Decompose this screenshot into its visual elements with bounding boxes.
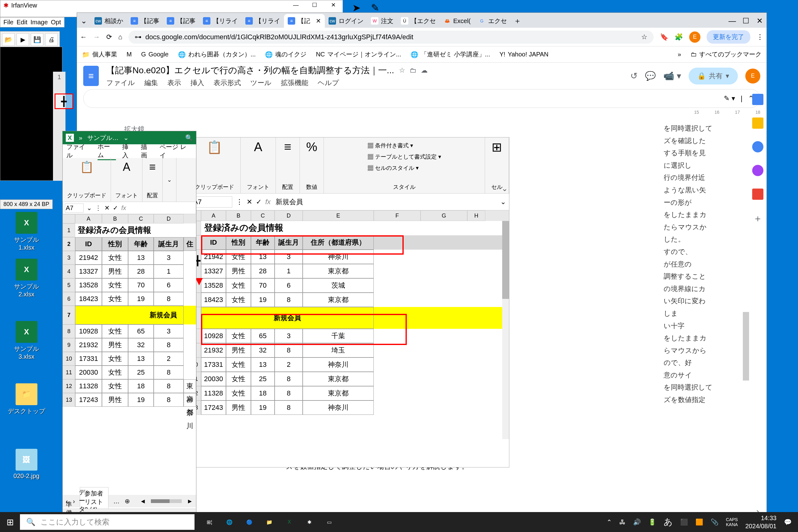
cell-styles-button[interactable]: ▦ セルのスタイル ▾ xyxy=(367,163,441,174)
site-info-icon[interactable]: ⊶ xyxy=(135,33,141,41)
tab[interactable]: cwログイン xyxy=(325,14,367,28)
desktop-icon[interactable]: 📁デスクトップ xyxy=(6,383,47,415)
col-headers-small[interactable]: ABCD xyxy=(63,214,196,224)
tab[interactable]: ≡【記事 xyxy=(127,14,163,28)
ribbon-group-align[interactable]: ≡配置 xyxy=(276,137,300,193)
update-button[interactable]: 更新を完了 xyxy=(707,30,750,44)
ribbon-expand-icon[interactable]: ⌄ xyxy=(501,184,508,193)
gdocs-toolbar[interactable]: ✎ ▾ | ⌃ xyxy=(83,89,760,108)
volume-icon[interactable]: 🔊 xyxy=(633,518,641,526)
menu-format[interactable]: 表示形式 xyxy=(213,78,241,88)
desktop-icon[interactable]: Xサンプル1.xlsx xyxy=(6,212,47,251)
doc-scrollbar[interactable] xyxy=(743,312,749,381)
forward-button[interactable]: → xyxy=(93,33,100,41)
tray-app-icon[interactable]: 🟧 xyxy=(696,518,703,526)
search-icon[interactable]: 🔍 xyxy=(185,134,193,141)
desktop-icon[interactable]: Xサンプル3.xlsx xyxy=(6,321,47,360)
ribbon-align[interactable]: ≡配置 xyxy=(142,158,163,202)
extensions-icon[interactable]: 🧩 xyxy=(674,33,683,41)
ribbon-group-font[interactable]: Aフォント xyxy=(241,137,276,193)
start-button[interactable]: ⊞ xyxy=(0,512,20,532)
close-tab-icon[interactable]: ✕ xyxy=(316,17,321,25)
bookmark[interactable]: M xyxy=(127,51,132,58)
hscroll-right[interactable]: ► xyxy=(187,498,193,505)
column-headers[interactable]: ABCDEFGH xyxy=(189,210,509,221)
bookmark[interactable]: NC マイページ｜オンライン... xyxy=(316,50,401,59)
bookmark[interactable]: Y! Yahoo! JAPAN xyxy=(499,51,548,58)
ribbon-group-clipboard[interactable]: 📋クリップボード xyxy=(189,137,241,193)
accept-icon[interactable]: ✓ xyxy=(256,198,262,206)
extension-icon[interactable]: 🔖 xyxy=(660,33,668,41)
window-maximize[interactable]: ☐ xyxy=(739,14,753,28)
reload-button[interactable]: ⟳ xyxy=(106,33,112,41)
caps-kana-indicator[interactable]: CAPS KANA xyxy=(726,517,738,527)
bookmark-overflow[interactable]: » xyxy=(678,51,681,58)
formula-expand[interactable]: ⌄ xyxy=(500,198,506,206)
docs-logo-icon[interactable]: ≡ xyxy=(83,66,99,86)
fx-icon[interactable]: fx xyxy=(265,198,270,206)
taskbar-search[interactable]: 🔍 ここに入力して検索 xyxy=(20,514,194,530)
close-button[interactable]: ✕ xyxy=(324,0,343,10)
menu-insert[interactable]: 挿入 xyxy=(190,78,204,88)
sheet-next[interactable]: › xyxy=(73,498,75,505)
hscroll-left[interactable]: ◄ xyxy=(140,498,146,505)
cloud-icon[interactable]: ☁ xyxy=(421,66,428,75)
fx-icon[interactable]: fx xyxy=(121,205,126,212)
star-icon[interactable]: ☆ xyxy=(641,33,647,41)
cond-format-button[interactable]: ▦ 条件付き書式 ▾ xyxy=(367,140,441,151)
add-panel-icon[interactable]: ＋ xyxy=(753,212,762,225)
taskbar-clock[interactable]: 14:33 2024/08/01 xyxy=(745,514,777,530)
tab-scroll-down[interactable]: ⌄ xyxy=(77,14,91,28)
comment-icon[interactable]: 💬 xyxy=(645,71,656,81)
bookmark[interactable]: 🌐 「進研ゼミ 小学講座」... xyxy=(411,50,490,59)
app-taskbar-icon[interactable]: ▭ xyxy=(320,513,338,531)
bookmark[interactable]: 🌐 われら囲碁（カタン）... xyxy=(178,50,256,59)
window-close[interactable]: ✕ xyxy=(753,14,766,28)
menu-image[interactable]: Image xyxy=(31,19,48,26)
tray-app-icon[interactable]: ⬛ xyxy=(680,518,688,526)
sheet-menu[interactable]: … xyxy=(113,498,120,505)
bookmark[interactable]: G Google xyxy=(141,51,169,58)
all-bookmarks[interactable]: 🗀 すべてのブックマーク xyxy=(690,50,762,59)
accept-icon[interactable]: ✓ xyxy=(113,204,118,212)
ribbon-expand[interactable]: ⌄ xyxy=(163,158,176,202)
menu-home[interactable]: ホーム xyxy=(98,142,116,160)
minimize-button[interactable]: — xyxy=(286,0,305,10)
account-avatar[interactable]: E xyxy=(745,69,760,83)
home-button[interactable]: ⌂ xyxy=(118,33,122,41)
ribbon-group-number[interactable]: %数値 xyxy=(300,137,324,193)
excel-taskbar-icon[interactable]: X xyxy=(281,513,298,531)
save-icon[interactable]: 💾 xyxy=(31,33,43,46)
profile-avatar[interactable]: E xyxy=(689,32,700,43)
window-minimize[interactable]: — xyxy=(725,14,739,28)
network-icon[interactable]: 🖧 xyxy=(620,519,626,526)
edge-taskbar-icon[interactable]: 🔵 xyxy=(241,513,258,531)
tab[interactable]: ≡【リライ xyxy=(242,14,284,28)
notifications-icon[interactable]: 💬 xyxy=(784,518,792,526)
irfanview-taskbar-icon[interactable]: ✱ xyxy=(301,513,318,531)
hscrollbar[interactable] xyxy=(151,499,182,503)
new-tab-button[interactable]: ＋ xyxy=(511,14,524,28)
explorer-taskbar-icon[interactable]: 📁 xyxy=(261,513,278,531)
history-icon[interactable]: ↺ xyxy=(630,71,638,81)
open-icon[interactable]: 📂 xyxy=(2,33,15,46)
tab[interactable]: ≡【リライ xyxy=(199,14,242,28)
tab[interactable]: W注文 xyxy=(367,14,397,28)
cancel-icon[interactable]: ✕ xyxy=(247,198,252,206)
menu-file[interactable]: ファイル xyxy=(66,143,91,159)
doc-title[interactable]: 【記事No.e020】エクセルで行の高さ・列の幅を自動調整する方法｜一... xyxy=(106,64,394,76)
print-icon[interactable]: 🖨 xyxy=(45,33,58,46)
vertical-scrollbar[interactable] xyxy=(502,221,509,439)
keep-icon[interactable] xyxy=(752,117,763,129)
menu-help[interactable]: ヘルプ xyxy=(318,78,339,88)
menu-file[interactable]: ファイル xyxy=(106,78,135,88)
menu-view[interactable]: 表示 xyxy=(167,78,181,88)
chrome-taskbar-icon[interactable]: 🌐 xyxy=(221,513,238,531)
name-box-small[interactable]: A7 xyxy=(65,204,83,212)
tab[interactable]: ≡【記事 xyxy=(163,14,199,28)
calendar-icon[interactable] xyxy=(752,94,763,105)
meet-icon[interactable]: 📹 ▾ xyxy=(663,71,681,81)
tab[interactable]: Ú【エクセ xyxy=(397,14,439,28)
menu-layout[interactable]: ページ レイ xyxy=(159,143,192,159)
contacts-icon[interactable] xyxy=(752,165,763,176)
